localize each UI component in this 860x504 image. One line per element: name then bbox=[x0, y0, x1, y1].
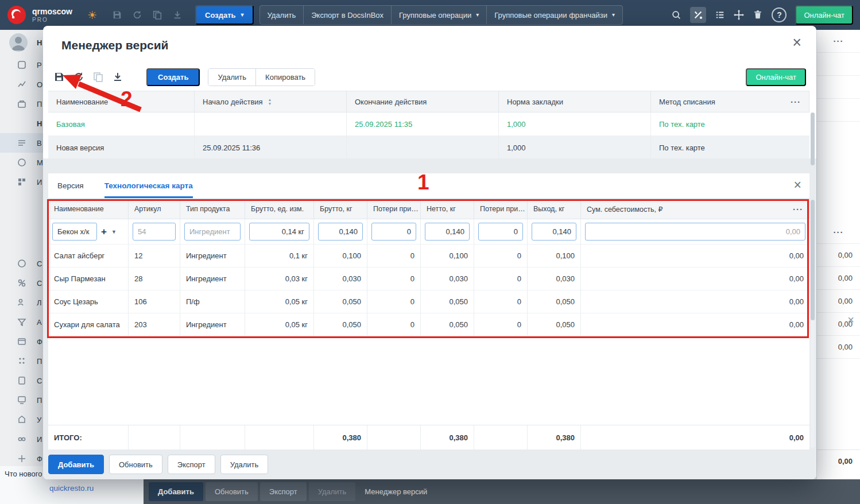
help-icon[interactable]: ? bbox=[772, 7, 787, 22]
gross-kg: 0,030 bbox=[314, 267, 367, 290]
column-header[interactable]: Брутто, кг bbox=[314, 199, 367, 219]
download-icon[interactable] bbox=[172, 10, 183, 20]
sort-icon[interactable]: ▲▼ bbox=[268, 98, 272, 106]
totals-out-kg: 0,380 bbox=[528, 425, 581, 449]
tech-card-row[interactable]: Сухари для салата 203 Ингредиент 0,05 кг… bbox=[48, 313, 809, 336]
topbar-actions-group: Удалить Экспорт в DocsInBox Групповые оп… bbox=[259, 5, 623, 25]
tech-card-row[interactable]: Салат айсберг 12 Ингредиент 0,1 кг 0,100… bbox=[48, 245, 809, 267]
save-icon[interactable] bbox=[112, 10, 122, 20]
update-button[interactable]: Обновить bbox=[206, 482, 258, 501]
chevron-down-icon[interactable]: ▼ bbox=[111, 229, 117, 235]
sidebar-item-label: О bbox=[37, 80, 42, 89]
sku-input[interactable]: 54 bbox=[133, 223, 176, 241]
online-chat-button[interactable]: Онлайн-чат bbox=[746, 68, 806, 86]
column-header[interactable]: Нетто, кг bbox=[421, 199, 474, 219]
update-button[interactable]: Обновить bbox=[109, 455, 162, 474]
column-header[interactable]: Наименование bbox=[48, 199, 129, 219]
version-norm: 1,000 bbox=[499, 113, 651, 135]
add-button[interactable]: Добавить bbox=[48, 455, 104, 474]
tools-icon[interactable] bbox=[690, 7, 706, 23]
column-header[interactable]: Норма закладки bbox=[499, 91, 651, 113]
create-button[interactable]: Создать ▾ bbox=[195, 5, 254, 25]
column-menu-icon[interactable]: ··· bbox=[791, 97, 801, 107]
copy-button[interactable]: Копировать bbox=[255, 69, 315, 86]
group-operations-button[interactable]: Групповые операции▾ bbox=[391, 6, 486, 24]
export-button[interactable]: Экспорт bbox=[260, 482, 307, 501]
column-header[interactable]: Выход, кг bbox=[528, 199, 581, 219]
tech-card-row[interactable]: Сыр Пармезан 28 Ингредиент 0,03 кг 0,030… bbox=[48, 267, 809, 290]
add-ingredient-icon[interactable]: + bbox=[101, 226, 107, 238]
version-norm: 1,000 bbox=[499, 136, 651, 159]
sidebar-item-icon bbox=[17, 158, 26, 167]
product-type-input[interactable]: Ингредиент bbox=[184, 223, 241, 241]
column-menu-icon[interactable]: ··· bbox=[817, 221, 860, 244]
group-operations-franchise-button[interactable]: Групповые операции франчайзи▾ bbox=[486, 6, 622, 24]
gross-kg-input[interactable]: 0,140 bbox=[318, 223, 363, 241]
column-header[interactable]: Тип продукта bbox=[180, 199, 245, 219]
cost-input[interactable]: 0,00 bbox=[585, 223, 805, 241]
tab-tech-card[interactable]: Технологическая карта bbox=[104, 173, 193, 198]
totals-empty bbox=[180, 425, 245, 449]
delete-button[interactable]: Удалить bbox=[208, 69, 255, 86]
column-header[interactable]: Потери при… bbox=[474, 199, 528, 219]
totals-empty bbox=[367, 425, 421, 449]
net-kg-input[interactable]: 0,140 bbox=[425, 223, 470, 241]
out-kg-input[interactable]: 0,140 bbox=[532, 223, 576, 241]
column-header[interactable]: Метод списания··· bbox=[651, 91, 809, 113]
loss-before: 0 bbox=[367, 290, 421, 313]
move-icon[interactable] bbox=[734, 10, 744, 20]
version-end bbox=[347, 136, 499, 159]
ingredient-name-cell: Бекон х/к + ▼ bbox=[48, 219, 129, 245]
search-icon[interactable] bbox=[671, 10, 681, 20]
version-row[interactable]: Новая версия 25.09.2025 11:36 1,000 По т… bbox=[48, 136, 809, 160]
modal-title: Менеджер версий bbox=[61, 38, 168, 52]
save-icon[interactable] bbox=[53, 71, 65, 83]
totals-empty bbox=[474, 425, 528, 449]
version-start: 25.09.2025 11:36 bbox=[195, 136, 347, 159]
loss-after-input[interactable]: 0 bbox=[478, 223, 523, 241]
cost-cell: 0,00 bbox=[581, 219, 809, 245]
tech-card-row[interactable]: Соус Цезарь 106 П/ф 0,05 кг 0,050 0 0,05… bbox=[48, 290, 809, 313]
column-menu-icon[interactable]: ··· bbox=[793, 204, 803, 214]
modal-close-icon[interactable]: × bbox=[792, 35, 801, 51]
sidebar-item-label: Н bbox=[37, 119, 42, 128]
tab-version[interactable]: Версия bbox=[57, 173, 84, 198]
delete-button[interactable]: Удалить bbox=[220, 455, 269, 474]
refresh-icon[interactable] bbox=[73, 71, 84, 83]
version-manager-button[interactable]: Менеджер версий bbox=[358, 482, 434, 501]
out-kg: 0,050 bbox=[528, 290, 581, 313]
copy-icon[interactable] bbox=[152, 10, 162, 20]
column-menu-icon[interactable]: ··· bbox=[817, 30, 860, 53]
version-row-active[interactable]: Базовая 25.09.2025 11:35 1,000 По тех. к… bbox=[48, 113, 809, 136]
theme-sun-icon[interactable]: ☀ bbox=[87, 9, 97, 22]
trash-icon[interactable] bbox=[753, 10, 763, 20]
scrollbar[interactable] bbox=[811, 200, 815, 448]
export-docsinbox-button[interactable]: Экспорт в DocsInBox bbox=[303, 6, 391, 24]
sku: 28 bbox=[129, 267, 180, 290]
table-row bbox=[817, 76, 860, 99]
column-header[interactable]: Начало действия▲▼ bbox=[195, 91, 347, 113]
delete-button[interactable]: Удалить bbox=[260, 6, 304, 24]
column-header[interactable]: Наименование bbox=[48, 91, 195, 113]
column-header[interactable]: Артикул bbox=[129, 199, 180, 219]
online-chat-button[interactable]: Онлайн-чат bbox=[795, 5, 853, 25]
sku-cell: 54 bbox=[129, 219, 180, 245]
column-header[interactable]: Сум. себестоимость, ₽··· bbox=[581, 199, 809, 219]
add-button[interactable]: Добавить bbox=[149, 482, 203, 501]
ingredient-name-input[interactable]: Бекон х/к bbox=[52, 223, 97, 241]
column-header[interactable]: Потери при… bbox=[367, 199, 421, 219]
loss-before-input[interactable]: 0 bbox=[371, 223, 416, 241]
column-header[interactable]: Окончание действия bbox=[347, 91, 499, 113]
scrollbar[interactable] bbox=[811, 113, 815, 165]
list-icon[interactable] bbox=[715, 10, 725, 20]
column-header[interactable]: Брутто, ед. изм. bbox=[245, 199, 314, 219]
download-icon[interactable] bbox=[112, 71, 123, 83]
panel-close-icon[interactable]: × bbox=[794, 179, 801, 192]
gross-unit-input[interactable]: 0,14 кг bbox=[249, 223, 309, 241]
close-icon[interactable]: × bbox=[847, 313, 854, 327]
refresh-icon[interactable] bbox=[132, 10, 142, 20]
export-button[interactable]: Экспорт bbox=[168, 455, 215, 474]
loss-after: 0 bbox=[474, 245, 528, 267]
create-button[interactable]: Создать bbox=[146, 68, 200, 86]
site-link[interactable]: quickresto.ru bbox=[49, 484, 94, 493]
